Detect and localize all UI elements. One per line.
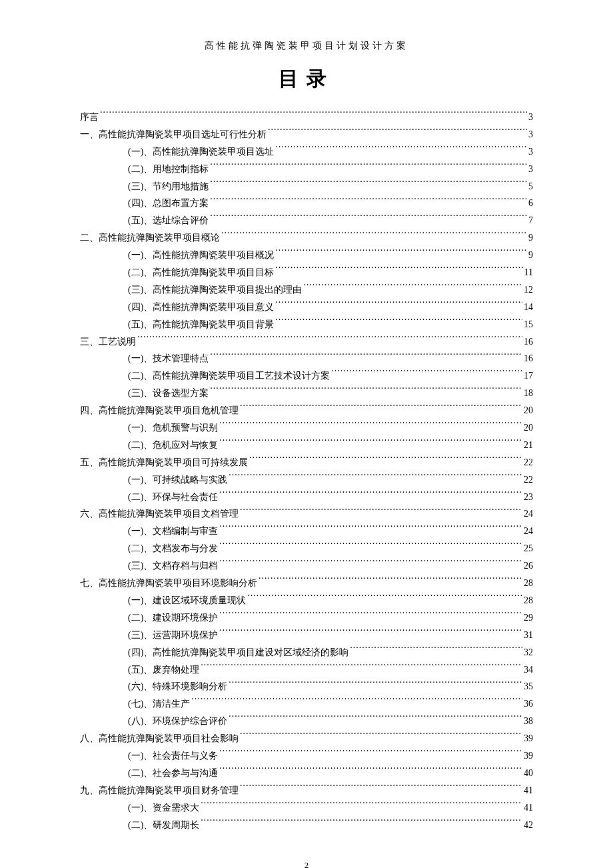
toc-dot-leader xyxy=(210,180,527,189)
toc-entry[interactable]: (三)、设备选型方案18 xyxy=(128,385,533,402)
toc-entry-label: 八、高性能抗弹陶瓷装甲项目社会影响 xyxy=(80,730,239,747)
toc-entry[interactable]: 三、工艺说明16 xyxy=(80,333,533,351)
toc-entry[interactable]: 五、高性能抗弹陶瓷装甲项目可持续发展22 xyxy=(80,454,533,471)
toc-entry-page: 9 xyxy=(528,229,533,247)
toc-dot-leader xyxy=(249,456,522,465)
toc-entry-label: (二)、高性能抗弹陶瓷装甲项目目标 xyxy=(128,264,274,281)
toc-entry[interactable]: (三)、高性能抗弹陶瓷装甲项目提出的理由12 xyxy=(128,281,533,299)
toc-entry-label: (一)、危机预警与识别 xyxy=(128,419,218,437)
toc-entry[interactable]: (一)、危机预警与识别20 xyxy=(128,419,533,437)
toc-entry-page: 22 xyxy=(524,454,533,471)
toc-entry-label: (四)、总图布置方案 xyxy=(128,195,209,212)
toc-entry-label: (五)、废弃物处理 xyxy=(128,661,199,679)
toc-entry[interactable]: (二)、建设期环境保护29 xyxy=(128,609,533,627)
toc-entry-page: 24 xyxy=(524,523,533,540)
toc-entry[interactable]: (二)、用地控制指标3 xyxy=(128,161,533,178)
toc-dot-leader xyxy=(137,335,522,345)
toc-entry[interactable]: 序言3 xyxy=(80,109,533,126)
toc-entry-page: 26 xyxy=(524,557,533,575)
toc-entry[interactable]: 六、高性能抗弹陶瓷装甲项目文档管理24 xyxy=(80,505,533,523)
toc-entry[interactable]: (四)、高性能抗弹陶瓷装甲项目建设对区域经济的影响32 xyxy=(128,644,533,661)
toc-entry[interactable]: (四)、高性能抗弹陶瓷装甲项目意义14 xyxy=(128,299,533,316)
toc-entry-page: 28 xyxy=(524,592,533,609)
toc-dot-leader xyxy=(219,439,522,448)
toc-entry[interactable]: (二)、研发周期长42 xyxy=(128,817,533,834)
toc-entry[interactable]: (一)、高性能抗弹陶瓷装甲项目概况9 xyxy=(128,247,533,264)
toc-dot-leader xyxy=(275,266,522,275)
toc-entry-page: 42 xyxy=(524,817,533,834)
toc-entry[interactable]: (二)、环保与社会责任23 xyxy=(128,489,533,506)
toc-entry[interactable]: (一)、可持续战略与实践22 xyxy=(128,471,533,489)
toc-entry[interactable]: (五)、废弃物处理34 xyxy=(128,661,533,679)
toc-dot-leader xyxy=(247,594,522,603)
toc-entry[interactable]: (四)、总图布置方案6 xyxy=(128,195,533,212)
toc-dot-leader xyxy=(240,784,522,793)
toc-entry-label: (七)、清洁生产 xyxy=(128,695,190,713)
toc-entry[interactable]: 一、高性能抗弹陶瓷装甲项目选址可行性分析3 xyxy=(80,126,533,143)
toc-entry-page: 41 xyxy=(524,799,533,817)
toc-entry[interactable]: (二)、高性能抗弹陶瓷装甲项目目标11 xyxy=(128,264,533,281)
toc-entry-label: (二)、研发周期长 xyxy=(128,817,199,834)
toc-dot-leader xyxy=(191,697,522,707)
toc-entry[interactable]: (八)、环境保护综合评价38 xyxy=(128,713,533,730)
toc-entry[interactable]: (一)、技术管理特点16 xyxy=(128,350,533,367)
toc-dot-leader xyxy=(259,577,522,586)
toc-entry[interactable]: 八、高性能抗弹陶瓷装甲项目社会影响39 xyxy=(80,730,533,747)
toc-entry[interactable]: (五)、选址综合评价7 xyxy=(128,212,533,229)
toc-entry[interactable]: 九、高性能抗弹陶瓷装甲项目财务管理41 xyxy=(80,782,533,799)
toc-dot-leader xyxy=(201,819,522,828)
toc-entry[interactable]: (二)、危机应对与恢复21 xyxy=(128,437,533,454)
toc-dot-leader xyxy=(210,387,522,396)
toc-entry-label: 九、高性能抗弹陶瓷装甲项目财务管理 xyxy=(80,782,239,799)
toc-dot-leader xyxy=(210,163,527,172)
toc-dot-leader xyxy=(275,249,527,258)
toc-entry-page: 22 xyxy=(524,471,533,489)
toc-entry-label: 六、高性能抗弹陶瓷装甲项目文档管理 xyxy=(80,505,239,523)
toc-entry-page: 5 xyxy=(528,178,533,195)
toc-entry[interactable]: (一)、资金需求大41 xyxy=(128,799,533,817)
toc-entry[interactable]: (二)、社会参与与沟通40 xyxy=(128,765,533,782)
toc-entry-label: (一)、可持续战略与实践 xyxy=(128,471,227,489)
toc-entry-page: 41 xyxy=(524,782,533,799)
toc-entry-page: 20 xyxy=(524,402,533,419)
toc-entry-label: 五、高性能抗弹陶瓷装甲项目可持续发展 xyxy=(80,454,248,471)
toc-entry[interactable]: (三)、节约用地措施5 xyxy=(128,178,533,195)
toc-dot-leader xyxy=(219,767,522,776)
toc-entry[interactable]: (七)、清洁生产36 xyxy=(128,695,533,713)
toc-entry[interactable]: (二)、高性能抗弹陶瓷装甲项目工艺技术设计方案17 xyxy=(128,367,533,385)
toc-entry-label: 七、高性能抗弹陶瓷装甲项目环境影响分析 xyxy=(80,575,257,592)
toc-entry-page: 18 xyxy=(524,385,533,402)
toc-entry-label: (二)、社会参与与沟通 xyxy=(128,765,218,782)
toc-entry-page: 3 xyxy=(528,126,533,143)
toc-entry[interactable]: (一)、高性能抗弹陶瓷装甲项目选址3 xyxy=(128,143,533,161)
toc-dot-leader xyxy=(303,283,522,293)
toc-entry-label: (三)、运营期环境保护 xyxy=(128,627,218,644)
toc-entry[interactable]: (三)、文档存档与归档26 xyxy=(128,557,533,575)
toc-entry[interactable]: (一)、文档编制与审查24 xyxy=(128,523,533,540)
toc-entry[interactable]: (二)、文档发布与分发25 xyxy=(128,540,533,557)
toc-entry[interactable]: (一)、社会责任与义务39 xyxy=(128,747,533,765)
toc-entry[interactable]: 二、高性能抗弹陶瓷装甲项目概论9 xyxy=(80,229,533,247)
toc-entry[interactable]: 七、高性能抗弹陶瓷装甲项目环境影响分析28 xyxy=(80,575,533,592)
toc-entry[interactable]: (一)、建设区域环境质量现状28 xyxy=(128,592,533,609)
toc-entry-label: (一)、技术管理特点 xyxy=(128,350,209,367)
toc-entry-page: 28 xyxy=(524,575,533,592)
toc-entry-label: (二)、建设期环境保护 xyxy=(128,609,218,627)
toc-entry-label: (二)、危机应对与恢复 xyxy=(128,437,218,454)
toc-entry-page: 25 xyxy=(524,540,533,557)
toc-dot-leader xyxy=(210,197,527,206)
toc-dot-leader xyxy=(268,128,527,137)
toc-dot-leader xyxy=(331,369,522,379)
toc-entry[interactable]: 四、高性能抗弹陶瓷装甲项目危机管理20 xyxy=(80,402,533,419)
toc-entry-page: 34 xyxy=(524,661,533,679)
page-number: 2 xyxy=(80,860,533,868)
toc-entry-label: 三、工艺说明 xyxy=(80,333,136,351)
toc-entry[interactable]: (五)、高性能抗弹陶瓷装甲项目背景15 xyxy=(128,316,533,333)
toc-entry-page: 24 xyxy=(524,505,533,523)
toc-entry-page: 32 xyxy=(524,644,533,661)
toc-entry[interactable]: (三)、运营期环境保护31 xyxy=(128,627,533,644)
toc-dot-leader xyxy=(219,611,522,621)
toc-entry[interactable]: (六)、特殊环境影响分析35 xyxy=(128,678,533,695)
toc-dot-leader xyxy=(219,749,522,759)
toc-entry-label: 二、高性能抗弹陶瓷装甲项目概论 xyxy=(80,229,220,247)
